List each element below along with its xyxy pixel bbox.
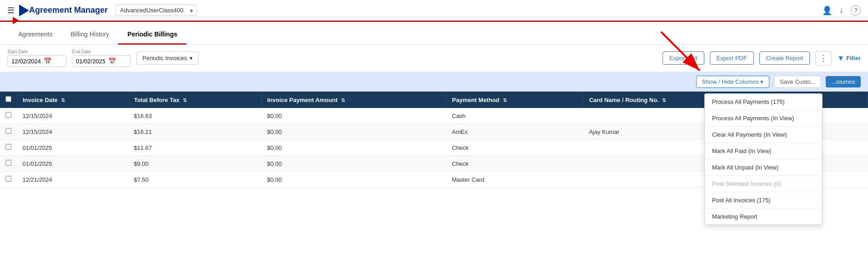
cell-total-before-tax: $11.67 [128,140,261,156]
app-title: Agreement Manager [29,5,108,15]
context-menu-item-post-selected-invoices: Post Selected Invoices (0) [705,176,822,188]
cell-payment-method: Master Card [447,172,583,188]
invoice-payment-amount-sort-icon[interactable]: ⇅ [341,97,345,103]
cell-payment-method: AmEx [447,124,583,140]
context-menu-item-clear-all-payments-in-view[interactable]: Clear All Payments (In View) [705,127,822,143]
invoice-date-sort-icon[interactable]: ⇅ [61,97,65,103]
col-checkbox[interactable] [0,92,17,108]
end-date-calendar-icon[interactable]: 📅 [108,57,116,65]
period-dropdown[interactable]: Periodic Invoices ▾ [136,51,199,65]
cell-invoice-date: 01/01/2025 [17,156,129,172]
logo-arrow-red [13,17,19,24]
card-name-routing-sort-icon[interactable]: ⇅ [662,97,666,103]
context-menu-item-mark-all-paid-in-view[interactable]: Mark All Paid (In View) [705,143,822,159]
col-invoice-payment-amount[interactable]: Invoice Payment Amount ⇅ [261,92,447,108]
export-pdf-button[interactable]: Export PDF [710,51,754,65]
cell-invoice-date: 12/21/2024 [17,172,129,188]
cell-payment-method: Check [447,156,583,172]
select-all-checkbox[interactable] [5,96,11,102]
cell-payment-method: Check [447,140,583,156]
tab-periodic-billings[interactable]: Periodic Billings [118,25,186,45]
row-checkbox[interactable] [5,160,11,166]
end-date-input[interactable]: 01/02/2025 📅 [72,55,131,67]
logo: Agreement Manager [19,5,108,16]
create-report-button[interactable]: Create Report [759,51,810,65]
tabs-bar: Agreements Billing History Periodic Bill… [0,22,868,45]
col-payment-method[interactable]: Payment Method ⇅ [447,92,583,108]
cell-invoice-date: 12/15/2024 [17,108,129,124]
tab-agreements[interactable]: Agreements [9,25,61,45]
save-custom-button[interactable]: Save Custo... [774,76,821,88]
tab-billing-history[interactable]: Billing History [61,25,118,45]
cell-invoice-payment-amount: $0.00 [261,156,447,172]
user-select-wrapper: AdvancedUserClass400 [115,5,197,16]
cell-invoice-payment-amount: $0.00 [261,108,447,124]
end-date-label: End Date [72,49,131,54]
row-checkbox[interactable] [5,128,11,134]
user-select[interactable]: AdvancedUserClass400 [115,5,197,16]
cell-invoice-payment-amount: $0.00 [261,172,447,188]
cell-total-before-tax: $16.21 [128,124,261,140]
sub-toolbar: Show / Hide Columns ▾ Save Custo... ...o… [0,72,868,92]
toolbar: Start Date 12/02/2024 📅 End Date 01/02/2… [0,45,868,72]
cell-invoice-payment-amount: $0.00 [261,140,447,156]
cell-invoice-payment-amount: $0.00 [261,124,447,140]
period-dropdown-label: Periodic Invoices [142,55,187,61]
context-menu-item-process-all-payments[interactable]: Process All Payments (175) [705,94,822,110]
context-menu-item-process-all-payments-in-view[interactable]: Process All Payments (In View) [705,110,822,127]
more-options-button[interactable]: ⋮ [815,51,832,66]
payment-method-sort-icon[interactable]: ⇅ [503,97,507,103]
col-total-before-tax[interactable]: Total Before Tax ⇅ [128,92,261,108]
filter-icon: ▼ [837,54,844,62]
help-icon[interactable]: ? [851,5,861,15]
logo-arrow-blue [19,5,29,16]
context-menu-item-mark-all-unpaid-in-view[interactable]: Mark All Unpaid (In View) [705,159,822,176]
row-checkbox[interactable] [5,144,11,150]
total-before-tax-sort-icon[interactable]: ⇅ [183,97,187,103]
cell-total-before-tax: $16.63 [128,108,261,124]
context-menu: Process All Payments (175)Process All Pa… [704,93,823,188]
end-date-value: 01/02/2025 [76,58,105,65]
start-date-input[interactable]: 12/02/2024 📅 [7,55,66,67]
person-icon[interactable]: 👤 [822,5,832,15]
period-dropdown-chevron: ▾ [190,55,193,61]
row-checkbox[interactable] [5,176,11,182]
start-date-calendar-icon[interactable]: 📅 [44,57,51,65]
show-hide-columns-button[interactable]: Show / Hide Columns ▾ [696,76,770,88]
end-date-group: End Date 01/02/2025 📅 [72,49,131,67]
download-icon[interactable]: ↓ [839,5,843,15]
hamburger-menu[interactable]: ☰ [7,5,15,15]
reset-columns-button[interactable]: ...olumns [826,76,861,87]
cell-payment-method: Cash [447,108,583,124]
row-checkbox[interactable] [5,112,11,118]
top-icons: 👤 ↓ ? [822,5,861,15]
start-date-label: Start Date [7,49,66,54]
filter-button[interactable]: ▼ Filter [837,54,861,62]
col-invoice-date[interactable]: Invoice Date ⇅ [17,92,129,108]
filter-label: Filter [846,55,861,61]
export-list-button[interactable]: Export List [662,51,704,65]
cell-total-before-tax: $9.00 [128,156,261,172]
cell-invoice-date: 01/01/2025 [17,140,129,156]
top-bar: ☰ Agreement Manager AdvancedUserClass400… [0,0,868,22]
cell-total-before-tax: $7.50 [128,172,261,188]
start-date-value: 12/02/2024 [11,58,41,65]
start-date-group: Start Date 12/02/2024 📅 [7,49,66,67]
cell-invoice-date: 12/15/2024 [17,124,129,140]
